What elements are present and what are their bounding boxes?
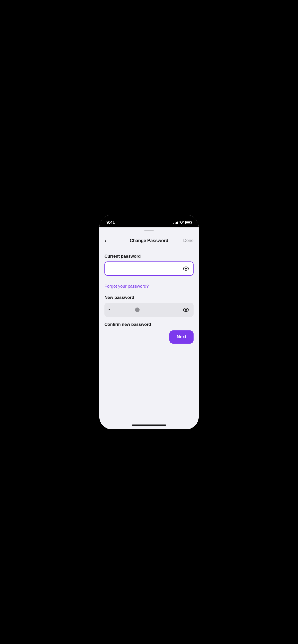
new-password-input[interactable]: [104, 303, 194, 317]
sheet-handle: [144, 230, 154, 231]
main-content: Current password Forgot your password? N…: [99, 248, 199, 326]
phone-frame: 9:41 ‹ Change Password Do: [99, 215, 199, 429]
status-time: 9:41: [106, 220, 115, 225]
back-button[interactable]: ‹: [104, 237, 116, 244]
current-password-wrapper: [104, 261, 194, 276]
current-password-section: Current password: [104, 254, 194, 276]
nav-bar: ‹ Change Password Done: [99, 233, 199, 248]
next-button[interactable]: Next: [169, 330, 194, 344]
new-password-toggle-eye[interactable]: [182, 306, 190, 313]
battery-icon: [185, 221, 192, 224]
sheet-handle-area: [99, 227, 199, 233]
home-indicator: [132, 425, 166, 426]
confirm-password-section: Confirm new password: [104, 322, 194, 326]
wifi-icon: [180, 221, 184, 225]
bottom-action-area: Next: [99, 326, 199, 349]
svg-point-1: [185, 268, 187, 270]
forgot-password-section: Forgot your password?: [104, 281, 194, 290]
current-password-input[interactable]: [104, 261, 194, 276]
current-password-label: Current password: [104, 254, 194, 259]
done-button[interactable]: Done: [182, 238, 194, 243]
status-bar: 9:41: [99, 215, 199, 227]
home-indicator-area: [99, 421, 199, 429]
new-password-section: New password: [104, 295, 194, 317]
signal-bars-icon: [173, 221, 178, 224]
status-icons: [173, 221, 192, 225]
empty-space: [99, 349, 199, 421]
new-password-wrapper: [104, 303, 194, 317]
new-password-label: New password: [104, 295, 194, 300]
eye-icon: [183, 266, 189, 271]
forgot-password-link[interactable]: Forgot your password?: [104, 284, 149, 289]
svg-point-3: [185, 309, 187, 311]
page-title: Change Password: [130, 238, 168, 243]
eye-icon: [183, 308, 189, 312]
back-chevron-icon: ‹: [104, 237, 106, 244]
confirm-password-label: Confirm new password: [104, 322, 194, 326]
password-dot-indicator: [135, 308, 140, 312]
current-password-toggle-eye[interactable]: [182, 265, 190, 272]
